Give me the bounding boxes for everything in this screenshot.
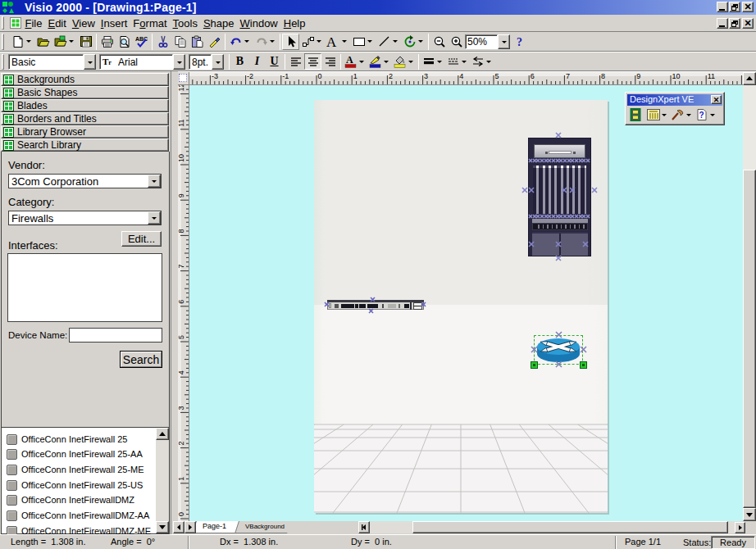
svg-text:?: ?	[517, 36, 522, 48]
svg-text:8: 8	[601, 72, 605, 80]
svg-text:6: 6	[531, 72, 535, 80]
svg-text:12: 12	[178, 85, 185, 92]
svg-text:10: 10	[178, 154, 185, 162]
svg-text:7: 7	[566, 72, 570, 80]
svg-text:4: 4	[459, 72, 463, 80]
svg-text:5: 5	[495, 72, 499, 80]
svg-text:2: 2	[178, 442, 185, 446]
svg-text:11: 11	[178, 119, 185, 126]
svg-text:0: 0	[318, 72, 322, 80]
svg-text:9: 9	[636, 72, 640, 80]
svg-text:?: ?	[699, 111, 704, 120]
svg-text:-1: -1	[282, 72, 289, 80]
svg-text:10: 10	[672, 72, 681, 80]
svg-text:-3: -3	[212, 72, 218, 80]
svg-text:4: 4	[178, 370, 185, 374]
svg-text:1: 1	[353, 72, 358, 80]
svg-text:A: A	[326, 35, 337, 48]
svg-text:ABC: ABC	[135, 36, 148, 42]
svg-text:7: 7	[178, 265, 185, 269]
svg-text:-2: -2	[247, 72, 253, 80]
svg-text:2: 2	[389, 72, 393, 80]
svg-text:0: 0	[178, 512, 185, 516]
svg-text:6: 6	[178, 300, 185, 304]
svg-text:A: A	[346, 55, 353, 66]
svg-text:3: 3	[424, 72, 428, 80]
svg-text:9: 9	[178, 193, 185, 197]
svg-text:1: 1	[178, 477, 185, 481]
svg-text:11: 11	[708, 72, 715, 80]
svg-text:8: 8	[178, 229, 185, 233]
svg-text:5: 5	[178, 335, 185, 339]
svg-text:3: 3	[178, 406, 185, 410]
